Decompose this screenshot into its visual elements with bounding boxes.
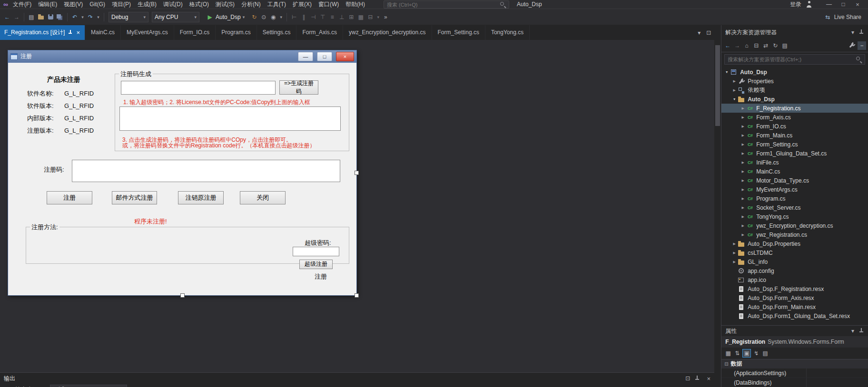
preview-icon[interactable] bbox=[858, 41, 866, 50]
solution-search-input[interactable] bbox=[727, 56, 855, 63]
align-middle-icon[interactable] bbox=[328, 13, 336, 21]
document-tab[interactable]: MainC.cs bbox=[85, 25, 121, 40]
collapse-all-icon[interactable] bbox=[149, 385, 158, 387]
version-value[interactable]: G_L_RFID bbox=[64, 127, 94, 134]
forms-designer-surface[interactable]: 注册 — □ × 产品未注册 软件名称: G_L_RFID 软件版本: bbox=[0, 40, 714, 372]
expander-icon[interactable] bbox=[740, 134, 746, 137]
resize-handle-corner[interactable] bbox=[355, 293, 359, 298]
form-maximize-button[interactable]: □ bbox=[317, 52, 332, 61]
scrollbar-thumb[interactable] bbox=[715, 45, 720, 126]
live-share-button[interactable]: Live Share bbox=[820, 13, 865, 21]
tree-item[interactable]: ywz_Registration.cs bbox=[721, 230, 868, 239]
registration-code-textarea[interactable] bbox=[72, 160, 340, 182]
expander-icon[interactable] bbox=[740, 179, 746, 183]
menu-item[interactable]: Git(G) bbox=[86, 0, 108, 9]
collapse-all-icon[interactable] bbox=[752, 41, 760, 50]
pin-icon[interactable] bbox=[68, 29, 72, 35]
save-icon[interactable] bbox=[46, 13, 55, 21]
screenshot-icon[interactable] bbox=[259, 13, 268, 21]
version-label[interactable]: 软件版本: bbox=[27, 102, 64, 110]
align-left-icon[interactable] bbox=[290, 13, 298, 21]
tree-item[interactable]: Auto_Dsp.Form1_Gluing_Data_Set.resx bbox=[721, 311, 868, 320]
close-icon[interactable] bbox=[705, 375, 712, 382]
form-titlebar[interactable]: 注册 — □ × bbox=[8, 50, 356, 63]
back-icon[interactable] bbox=[723, 41, 732, 50]
grid-icon[interactable] bbox=[356, 13, 365, 21]
document-tab[interactable]: Program.cs bbox=[216, 25, 256, 40]
caret-icon[interactable] bbox=[80, 13, 85, 21]
expander-icon[interactable] bbox=[731, 260, 738, 264]
menu-item[interactable]: 扩展(X) bbox=[289, 0, 315, 9]
global-search-input[interactable] bbox=[386, 1, 499, 8]
chevron-down-icon[interactable] bbox=[849, 327, 857, 335]
align-top-icon[interactable] bbox=[318, 13, 327, 21]
wrench-icon[interactable] bbox=[848, 41, 856, 50]
tree-item[interactable]: app.ico bbox=[721, 275, 868, 284]
tree-item[interactable]: app.config bbox=[721, 266, 868, 275]
tree-item[interactable]: F_Registration.cs bbox=[721, 104, 868, 113]
expander-icon[interactable] bbox=[731, 97, 738, 101]
tree-item[interactable]: Form1_Gluing_Data_Set.cs bbox=[721, 149, 868, 158]
menu-item[interactable]: 窗口(W) bbox=[315, 0, 342, 9]
properties-header[interactable]: 属性 bbox=[721, 326, 868, 336]
form-close-button[interactable]: × bbox=[336, 52, 354, 61]
registration-method-groupbox[interactable]: 注册方法: 超级密码: 超级注册 注册 bbox=[26, 227, 349, 264]
expander-icon[interactable] bbox=[740, 224, 746, 228]
float-window-icon[interactable] bbox=[705, 29, 712, 37]
overflow-icon[interactable] bbox=[381, 13, 390, 21]
version-value[interactable]: G_L_RFID bbox=[64, 102, 94, 109]
resize-handle-right[interactable] bbox=[355, 171, 359, 175]
property-row[interactable]: (DataBindings) bbox=[721, 378, 868, 387]
tree-item[interactable]: Socket_Server.cs bbox=[721, 203, 868, 212]
record-icon[interactable] bbox=[269, 13, 277, 21]
sync-icon[interactable] bbox=[761, 41, 770, 50]
form-minimize-button[interactable]: — bbox=[298, 52, 313, 61]
new-project-icon[interactable] bbox=[27, 13, 36, 21]
order-icon[interactable] bbox=[366, 13, 375, 21]
mini-register-label[interactable]: 注册 bbox=[315, 272, 327, 281]
super-register-button[interactable]: 超级注册 bbox=[299, 260, 333, 269]
pin-icon[interactable] bbox=[858, 327, 866, 335]
events-icon[interactable] bbox=[752, 349, 760, 357]
expander-icon[interactable] bbox=[740, 116, 746, 119]
document-tab[interactable]: Form_IO.cs bbox=[174, 25, 216, 40]
global-search-box[interactable] bbox=[384, 0, 509, 9]
tree-item[interactable]: IniFile.cs bbox=[721, 158, 868, 167]
caret-icon[interactable] bbox=[96, 13, 101, 21]
property-row[interactable]: (ApplicationSettings) bbox=[721, 368, 868, 378]
tree-item[interactable]: 依赖项 bbox=[721, 86, 868, 95]
expander-icon[interactable] bbox=[740, 215, 746, 219]
super-password-input[interactable] bbox=[293, 247, 339, 256]
home-icon[interactable] bbox=[742, 41, 751, 50]
expander-icon[interactable] bbox=[740, 188, 746, 192]
tree-item[interactable]: Auto_Dsp bbox=[721, 68, 868, 77]
chevron-down-icon[interactable] bbox=[849, 29, 857, 36]
document-tab[interactable]: ywz_Encryption_decryption.cs bbox=[343, 25, 432, 40]
save-all-icon[interactable] bbox=[56, 13, 64, 21]
tree-item[interactable]: Form_Setting.cs bbox=[721, 140, 868, 149]
person-icon[interactable] bbox=[806, 0, 813, 8]
document-tab[interactable]: Form_Setting.cs bbox=[432, 25, 485, 40]
super-password-label[interactable]: 超级密码: bbox=[305, 239, 331, 247]
menu-item[interactable]: 分析(N) bbox=[238, 0, 264, 9]
menu-item[interactable]: 项目(P) bbox=[108, 0, 134, 9]
pin-icon[interactable] bbox=[858, 29, 866, 36]
tree-item[interactable]: Auto_Dsp bbox=[721, 95, 868, 104]
version-value[interactable]: G_L_RFID bbox=[64, 90, 94, 97]
document-tab[interactable]: Settings.cs bbox=[257, 25, 297, 40]
version-label[interactable]: 软件名称: bbox=[27, 89, 64, 98]
tree-item[interactable]: csLTDMC bbox=[721, 248, 868, 257]
tree-item[interactable]: Form_Axis.cs bbox=[721, 113, 868, 122]
menu-item[interactable]: 文件(F) bbox=[10, 0, 35, 9]
chevron-down-icon[interactable] bbox=[695, 29, 703, 37]
word-wrap-icon[interactable] bbox=[130, 385, 138, 387]
tree-item[interactable]: Auto_Dsp.Properties bbox=[721, 239, 868, 248]
tree-item[interactable]: Properties bbox=[721, 77, 868, 86]
undo-icon[interactable] bbox=[70, 13, 79, 21]
caret-icon[interactable] bbox=[278, 13, 284, 21]
output-header[interactable]: 输出 bbox=[0, 373, 714, 384]
version-value[interactable]: G_L_RFID bbox=[64, 115, 94, 122]
registration-code-label[interactable]: 注册码: bbox=[44, 165, 64, 174]
expander-icon[interactable] bbox=[740, 143, 746, 146]
tree-item[interactable]: TongYong.cs bbox=[721, 212, 868, 221]
